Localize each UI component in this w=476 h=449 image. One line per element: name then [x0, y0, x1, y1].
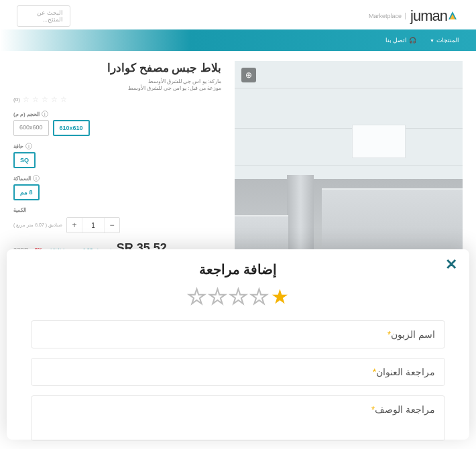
review-desc-field[interactable]: مراجعة الوصف* — [31, 395, 445, 441]
info-icon[interactable]: i — [25, 143, 32, 149]
size-option-610[interactable]: 610x610 — [53, 120, 90, 136]
product-main: ⊕ بلاط جبس مصفح كوادرا ماركة: يو اس جي ل… — [0, 51, 476, 275]
decor-line — [235, 165, 463, 166]
qty-row: − 1 + صناديق ( 6.07 متر مربع ) — [13, 217, 221, 233]
decor-panel — [352, 125, 406, 158]
qty-control: − 1 + — [66, 217, 120, 233]
brand-logo[interactable]: juman Marketplace — [369, 7, 459, 25]
brand-row: ماركة: يو اس جي للشرق الأوسط — [13, 78, 221, 84]
name-label: اسم الزبون — [391, 329, 435, 340]
rating-input[interactable]: ★ ★ ★ ★ ★ — [31, 287, 445, 307]
star-icon: ☆ — [32, 95, 39, 104]
edge-label: i حافة — [13, 143, 221, 149]
edge-label-text: حافة — [13, 143, 23, 149]
decor-line — [235, 88, 463, 88]
star-icon: ☆ — [23, 95, 29, 104]
thick-label-text: السماكة — [13, 176, 31, 182]
review-modal: ✕ إضافة مراجعة ★ ★ ★ ★ ★ اسم الزبون* مرا… — [7, 249, 469, 440]
distributor-row: موزعة من قبل: يو اس جي للشرق الأوسط — [13, 85, 221, 91]
desc-label: مراجعة الوصف — [375, 404, 435, 415]
product-image[interactable]: ⊕ — [235, 61, 463, 275]
star-3[interactable]: ★ — [229, 287, 247, 307]
header: juman Marketplace البحث عن المنتج... — [0, 0, 476, 29]
title-label: مراجعة العنوان — [376, 367, 435, 377]
search-input[interactable]: البحث عن المنتج... — [17, 5, 70, 27]
chevron-down-icon: ▼ — [430, 38, 434, 43]
zoom-icon[interactable]: ⊕ — [241, 68, 256, 82]
rating-row[interactable]: ☆ ☆ ☆ ☆ ☆ (0) — [13, 95, 221, 104]
review-title-field[interactable]: مراجعة العنوان* — [31, 358, 445, 386]
nav-products[interactable]: المنتجات ▼ — [430, 37, 459, 44]
brand-label: ماركة: — [208, 78, 221, 84]
headset-icon: 🎧 — [409, 37, 416, 44]
logo-text: juman — [410, 7, 447, 25]
edge-option-sq[interactable]: SQ — [13, 152, 36, 168]
logo-subtext: Marketplace — [369, 13, 406, 19]
star-1[interactable]: ★ — [271, 287, 289, 307]
dist-label: موزعة من قبل: — [188, 85, 221, 91]
size-label: i الحجم (م م) — [13, 111, 221, 117]
rating-count: (0) — [13, 97, 20, 103]
nav-products-label: المنتجات — [436, 37, 459, 44]
qty-plus-button[interactable]: + — [67, 218, 82, 233]
unit-note: صناديق ( 6.07 متر مربع ) — [13, 222, 62, 228]
qty-value[interactable]: 1 — [82, 218, 105, 233]
dist-value: يو اس جي للشرق الأوسط — [128, 85, 186, 91]
nav-contact[interactable]: 🎧 اتصل بنا — [385, 37, 417, 44]
close-icon[interactable]: ✕ — [445, 256, 457, 273]
qty-label: الكمية — [13, 207, 221, 213]
info-icon[interactable]: i — [33, 175, 40, 182]
size-label-text: الحجم (م م) — [13, 111, 40, 117]
star-icon: ☆ — [42, 95, 48, 104]
modal-title: إضافة مراجعة — [31, 261, 445, 277]
customer-name-field[interactable]: اسم الزبون* — [31, 320, 445, 348]
info-icon[interactable]: i — [42, 111, 48, 117]
thick-option-8[interactable]: 8 مم — [13, 184, 40, 200]
product-title: بلاط جبس مصفح كوادرا — [13, 61, 221, 75]
logo-icon — [450, 11, 459, 21]
size-option-600[interactable]: 600x600 — [13, 120, 49, 136]
star-4[interactable]: ★ — [209, 287, 227, 307]
main-nav: المنتجات ▼ 🎧 اتصل بنا — [0, 29, 476, 51]
nav-contact-label: اتصل بنا — [385, 37, 408, 44]
star-icon: ☆ — [51, 95, 58, 104]
qty-label-text: الكمية — [13, 207, 26, 213]
decor-line — [235, 128, 463, 129]
star-icon: ☆ — [60, 95, 67, 104]
edge-options: SQ — [13, 152, 221, 168]
size-options: 610x610 600x600 — [13, 120, 221, 136]
qty-minus-button[interactable]: − — [105, 218, 119, 233]
thickness-label: i السماكة — [13, 175, 221, 182]
star-2[interactable]: ★ — [250, 287, 268, 307]
product-info: بلاط جبس مصفح كوادرا ماركة: يو اس جي للش… — [0, 61, 221, 263]
thickness-options: 8 مم — [13, 184, 221, 200]
star-5[interactable]: ★ — [188, 287, 206, 307]
brand-value: يو اس جي للشرق الأوسط — [148, 78, 206, 84]
